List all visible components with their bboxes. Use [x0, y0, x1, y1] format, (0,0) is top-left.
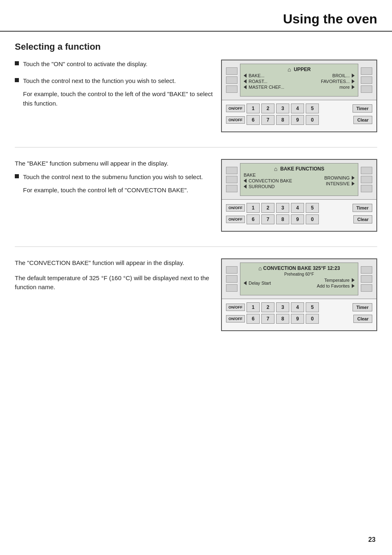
num-btn-3-4[interactable]: 4 — [291, 302, 304, 312]
page-header: Using the oven — [0, 0, 392, 32]
num-btn-8[interactable]: 8 — [276, 115, 289, 125]
num-btn-2-9[interactable]: 9 — [291, 214, 304, 224]
side-btn-2e[interactable] — [361, 176, 372, 183]
section-title: Selecting a function — [15, 41, 377, 52]
panel2: ⌂ BAKE FUNCTIONS BAKE CONVECTION BAKE — [221, 159, 377, 232]
side-btn-3f[interactable] — [361, 284, 372, 292]
num-btn-3-9[interactable]: 9 — [291, 314, 304, 324]
on-off-btn-3a[interactable]: ON/OFF — [226, 304, 245, 311]
num-btn-4[interactable]: 4 — [291, 104, 304, 113]
side-btn-2b[interactable] — [226, 176, 238, 183]
num-btn-3-0[interactable]: 0 — [306, 314, 319, 324]
display-title-3: ⌂ CONVECTION BAKE 325°F 12:23 — [244, 265, 355, 271]
num-btn-6[interactable]: 6 — [247, 115, 260, 125]
on-off-btn-1b[interactable]: ON/OFF — [226, 116, 245, 124]
arrow-right-temperature — [352, 278, 355, 282]
side-btn-3d[interactable] — [361, 266, 372, 274]
clear-btn-2[interactable]: Clear — [353, 215, 372, 223]
num-btn-3-1[interactable]: 1 — [247, 302, 260, 312]
side-btn-3b[interactable] — [226, 275, 238, 283]
side-btn-2a[interactable] — [226, 167, 238, 174]
num-btn-3-3[interactable]: 3 — [276, 302, 289, 312]
side-btn-3e[interactable] — [361, 275, 372, 283]
timer-btn-3[interactable]: Timer — [353, 303, 372, 311]
num-btn-2-2[interactable]: 2 — [261, 203, 274, 213]
divider-1 — [15, 147, 377, 147]
display-screen-2: ⌂ BAKE FUNCTIONS BAKE CONVECTION BAKE — [240, 163, 358, 196]
side-btn-1b[interactable] — [226, 76, 238, 84]
arrow-left-convbake — [244, 179, 247, 183]
on-off-btn-2b[interactable]: ON/OFF — [226, 216, 245, 223]
num-btn-3-8[interactable]: 8 — [276, 314, 289, 324]
side-btn-3a[interactable] — [226, 266, 238, 274]
num-btn-3[interactable]: 3 — [276, 104, 289, 113]
num-btn-2-3[interactable]: 3 — [276, 203, 289, 213]
on-off-btn-3b[interactable]: ON/OFF — [226, 315, 245, 322]
side-btn-1a[interactable] — [226, 67, 238, 75]
display-time-3: 12:23 — [327, 265, 340, 271]
display-menu-3: Delay Start Temperature Add to Favorites — [244, 278, 355, 288]
clear-btn-1[interactable]: Clear — [353, 116, 372, 124]
side-btn-1e[interactable] — [361, 76, 372, 84]
arrow-left-masterchef — [244, 85, 247, 89]
step1-bullet1: Touch the "ON" control to activate the d… — [15, 60, 213, 69]
num-btn-2-8[interactable]: 8 — [276, 214, 289, 224]
clear-btn-3[interactable]: Clear — [353, 315, 372, 323]
side-btn-2c[interactable] — [226, 185, 238, 192]
num-btn-7[interactable]: 7 — [261, 115, 274, 125]
num-btn-2-7[interactable]: 7 — [261, 214, 274, 224]
page-title: Using the oven — [283, 12, 377, 27]
timer-btn-2[interactable]: Timer — [353, 204, 372, 212]
keypad-row1a: ON/OFF 1 2 3 4 5 Timer — [226, 104, 372, 113]
num-btn-0[interactable]: 0 — [306, 115, 319, 125]
side-btn-1d[interactable] — [361, 67, 372, 75]
menu-item-browning: BROWNING — [324, 175, 355, 180]
num-btn-5[interactable]: 5 — [306, 104, 319, 113]
side-btn-3c[interactable] — [226, 284, 238, 292]
num-btn-1[interactable]: 1 — [247, 104, 260, 113]
keypad-area-3: ON/OFF 1 2 3 4 5 Timer ON/OFF 6 7 8 9 — [222, 299, 376, 324]
display-menu-right-3: Temperature Add to Favorites — [317, 278, 355, 288]
arrow-left-surround — [244, 184, 247, 189]
num-btn-2-1[interactable]: 1 — [247, 203, 260, 213]
step1-bullet2: Touch the control next to the function y… — [15, 76, 213, 86]
menu-item-delaystart: Delay Start — [244, 281, 271, 286]
num-btn-2-5[interactable]: 5 — [306, 203, 319, 213]
side-btn-2d[interactable] — [361, 167, 372, 174]
num-btn-3-6[interactable]: 6 — [247, 314, 260, 324]
on-off-btn-2a[interactable]: ON/OFF — [226, 204, 245, 212]
num-btn-9[interactable]: 9 — [291, 115, 304, 125]
timer-btn-1[interactable]: Timer — [353, 104, 372, 113]
step3-text: The "CONVECTION BAKE" function will appe… — [15, 258, 213, 296]
step3-plain2: The default temperature of 325 °F (160 °… — [15, 274, 213, 292]
step1-text: Touch the "ON" control to activate the d… — [15, 60, 213, 112]
num-btn-2-0[interactable]: 0 — [306, 214, 319, 224]
menu-item-roast: ROAST... — [244, 79, 284, 84]
display-screen-3: ⌂ CONVECTION BAKE 325°F 12:23 Preheating… — [240, 263, 358, 295]
side-btn-1c[interactable] — [226, 85, 238, 93]
side-btn-2f[interactable] — [361, 185, 372, 192]
side-buttons-left-2 — [226, 163, 238, 196]
oven-display-3: ⌂ CONVECTION BAKE 325°F 12:23 Preheating… — [222, 259, 376, 299]
step2-plain2: For example, touch the control left of "… — [23, 186, 213, 195]
on-off-btn-1a[interactable]: ON/OFF — [226, 105, 245, 112]
step3-row: The "CONVECTION BAKE" function will appe… — [15, 258, 377, 331]
side-btn-1f[interactable] — [361, 85, 372, 93]
keypad-area-2: ON/OFF 1 2 3 4 5 Timer ON/OFF 6 7 8 9 — [222, 200, 376, 224]
num-btn-3-5[interactable]: 5 — [306, 302, 319, 312]
panel1: ⌂ UPPER BAKE... ROAST... — [221, 60, 377, 132]
num-btn-3-2[interactable]: 2 — [261, 302, 274, 312]
display-screen-1: ⌂ UPPER BAKE... ROAST... — [240, 64, 358, 97]
num-btn-2-6[interactable]: 6 — [247, 214, 260, 224]
arrow-left-roast — [244, 79, 247, 83]
num-btn-2-4[interactable]: 4 — [291, 203, 304, 213]
arrow-right-browning — [352, 176, 355, 180]
step3-plain1: The "CONVECTION BAKE" function will appe… — [15, 258, 213, 268]
num-btn-3-7[interactable]: 7 — [261, 314, 274, 324]
display-menu-2: BAKE CONVECTION BAKE SURROUND — [244, 173, 355, 189]
num-btn-2[interactable]: 2 — [261, 104, 274, 113]
arrow-right-broil — [352, 74, 355, 78]
step2-plain1: The "BAKE" function submenu will appear … — [15, 159, 213, 168]
oven-display-2: ⌂ BAKE FUNCTIONS BAKE CONVECTION BAKE — [222, 160, 376, 200]
menu-item-bake: BAKE... — [244, 73, 284, 78]
